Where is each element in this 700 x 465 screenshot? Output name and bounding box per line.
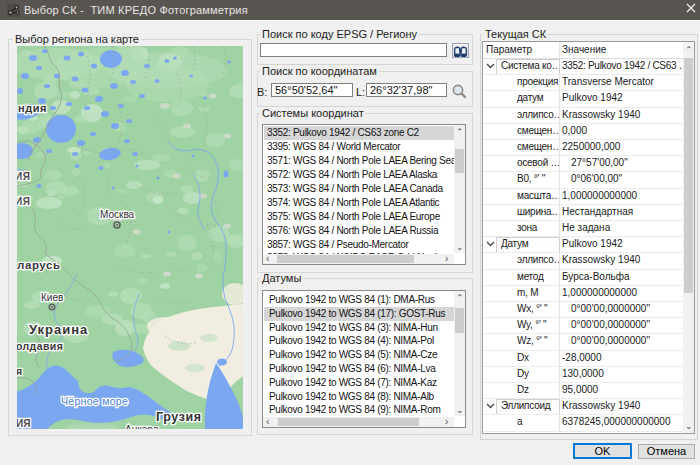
- svg-text:ндия: ндия: [18, 102, 47, 114]
- svg-text:я: я: [17, 365, 22, 377]
- svg-text:Украина: Украина: [29, 322, 88, 337]
- svg-text:ларусь: ларусь: [17, 259, 61, 271]
- svg-text:олдавия: олдавия: [17, 340, 63, 352]
- svg-text:Чёрное море: Чёрное море: [61, 395, 128, 407]
- svg-text:Грузия: Грузия: [156, 410, 202, 424]
- svg-text:Киев: Киев: [41, 292, 63, 303]
- svg-text:Анкара: Анкара: [125, 424, 159, 429]
- svg-text:ИЯ: ИЯ: [17, 418, 30, 429]
- svg-text:Москва: Москва: [100, 209, 135, 220]
- svg-text:ИЯ: ИЯ: [17, 171, 30, 182]
- svg-text:ИЯ: ИЯ: [17, 196, 30, 207]
